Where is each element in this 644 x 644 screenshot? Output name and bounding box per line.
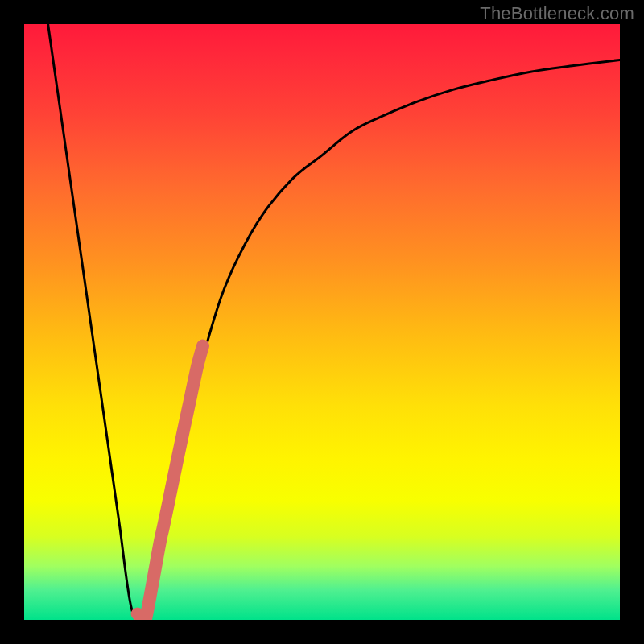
bottleneck-curve (48, 24, 620, 620)
watermark-text: TheBottleneck.com (480, 3, 634, 24)
chart-frame: TheBottleneck.com (0, 0, 644, 644)
highlight-segment (138, 346, 203, 620)
chart-svg (24, 24, 620, 620)
plot-area (24, 24, 620, 620)
